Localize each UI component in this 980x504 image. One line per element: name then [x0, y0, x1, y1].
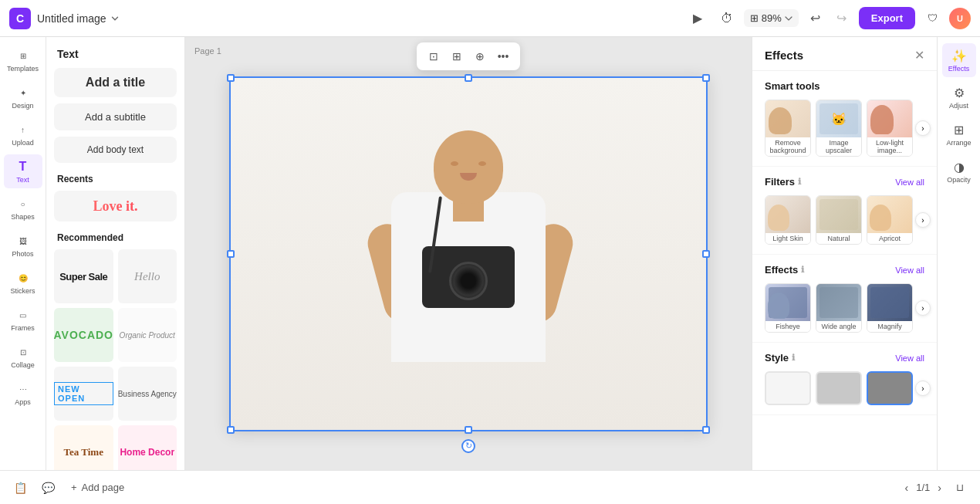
- smart-resize-button[interactable]: ⊞: [446, 46, 468, 67]
- recents-section-label: Recents: [54, 169, 177, 191]
- arrange-rail-icon: ⊞: [954, 123, 964, 137]
- sidebar-label-upload: Upload: [12, 139, 34, 147]
- chevron-down-icon: [110, 13, 120, 24]
- shapes-icon: ○: [15, 196, 31, 211]
- rail-opacity[interactable]: ◑ Opacity: [942, 154, 976, 188]
- topbar: C Untitled image ▶ ⏱ ⊞ 89% ↩ ↪ Export 🛡 …: [0, 0, 980, 37]
- recent-love-it[interactable]: Love it.: [54, 191, 177, 222]
- export-button[interactable]: Export: [859, 7, 915, 29]
- preview-button[interactable]: ▶: [685, 6, 710, 31]
- style-item-medium[interactable]: [816, 371, 862, 405]
- sidebar-item-templates[interactable]: ⊞ Templates: [4, 43, 42, 77]
- effects-close-button[interactable]: ✕: [914, 48, 924, 63]
- sidebar-item-text[interactable]: T Text: [4, 154, 42, 188]
- filter-natural[interactable]: Natural: [816, 195, 862, 245]
- timer-button[interactable]: ⏱: [715, 6, 739, 31]
- undo-button[interactable]: ↩: [803, 6, 828, 31]
- flip-button[interactable]: ⊕: [469, 46, 491, 67]
- sidebar-item-shapes[interactable]: ○ Shapes: [4, 191, 42, 225]
- smart-tool-upscaler[interactable]: 🐱 Image upscaler: [816, 100, 862, 157]
- sidebar-label-apps: Apps: [15, 398, 31, 406]
- add-page-button[interactable]: + Add page: [65, 479, 130, 496]
- prev-page-button[interactable]: ‹: [904, 480, 911, 496]
- zoom-value: 89%: [762, 12, 782, 24]
- rec-avocado-text: AVOCADO: [54, 329, 113, 341]
- canvas-frame[interactable]: ⊡ ⊞ ⊕ ••• ↻: [229, 76, 708, 431]
- zoom-chevron-icon: [785, 16, 792, 21]
- add-body-button[interactable]: Add body text: [54, 137, 177, 163]
- smart-tools-title: Smart tools: [765, 80, 924, 92]
- sidebar-item-photos[interactable]: 🖼 Photos: [4, 228, 42, 262]
- effect-magnify[interactable]: Magnify: [867, 283, 913, 333]
- rail-adjust[interactable]: ⚙ Adjust: [942, 80, 976, 114]
- avatar[interactable]: U: [949, 8, 971, 29]
- add-title-button[interactable]: Add a title: [54, 68, 177, 97]
- opacity-rail-icon: ◑: [954, 160, 965, 174]
- smart-tools-scroll-right[interactable]: ›: [915, 120, 931, 136]
- sidebar-label-design: Design: [12, 102, 33, 110]
- rec-item-home-decor[interactable]: Home Decor: [118, 425, 177, 470]
- style-item-light[interactable]: [765, 371, 811, 405]
- rec-item-business[interactable]: Business Agency: [118, 367, 177, 421]
- smart-tool-low-light[interactable]: Low-light image...: [867, 100, 913, 157]
- filters-section: Filters ℹ View all Light Skin Natural: [752, 167, 937, 255]
- smart-tool-remove-bg[interactable]: Remove background: [765, 100, 811, 157]
- next-page-button[interactable]: ›: [936, 480, 943, 496]
- sidebar-item-design[interactable]: ✦ Design: [4, 80, 42, 114]
- style-item-dark[interactable]: [867, 371, 913, 405]
- natural-preview: [816, 196, 861, 233]
- effects-scroll-right[interactable]: ›: [915, 300, 931, 316]
- sidebar-item-collage[interactable]: ⊡ Collage: [4, 340, 42, 374]
- sidebar-item-upload[interactable]: ↑ Upload: [4, 117, 42, 151]
- view-all-style-button[interactable]: View all: [895, 353, 924, 363]
- effects-items-row: Fisheye Wide angle Magnify ›: [765, 283, 924, 333]
- crop-tool-button[interactable]: ⊡: [423, 46, 444, 67]
- add-subtitle-button[interactable]: Add a subtitle: [54, 103, 177, 130]
- shield-icon-button[interactable]: 🛡: [920, 6, 945, 31]
- rec-item-tea-time[interactable]: Tea Time: [54, 425, 113, 470]
- recommended-grid: Super Sale Hello AVOCADO Organic Product…: [54, 249, 177, 470]
- more-options-button[interactable]: •••: [492, 46, 514, 67]
- app-logo: C: [9, 8, 31, 29]
- sidebar-item-stickers[interactable]: 😊 Stickers: [4, 266, 42, 299]
- fisheye-preview: [765, 284, 810, 321]
- sidebar-label-frames: Frames: [11, 324, 35, 332]
- rotate-handle[interactable]: ↻: [461, 439, 475, 453]
- topbar-tools: ▶ ⏱ ⊞ 89% ↩ ↪ Export 🛡 U: [685, 6, 971, 31]
- view-all-effects-button[interactable]: View all: [895, 266, 924, 275]
- rec-item-super-sale[interactable]: Super Sale: [54, 249, 113, 303]
- filters-scroll-right[interactable]: ›: [915, 212, 931, 228]
- view-all-filters-button[interactable]: View all: [895, 178, 924, 187]
- zoom-control[interactable]: ⊞ 89%: [744, 9, 799, 27]
- rec-item-hello[interactable]: Hello: [118, 249, 177, 303]
- fullscreen-button[interactable]: ⊔: [949, 477, 971, 499]
- upscaler-label: Image upscaler: [816, 137, 861, 156]
- effect-wide-angle[interactable]: Wide angle: [816, 283, 862, 333]
- rec-item-new-open[interactable]: NEW OPEN: [54, 367, 113, 421]
- effect-fisheye[interactable]: Fisheye: [765, 283, 811, 333]
- natural-label: Natural: [816, 233, 861, 244]
- rec-item-organic[interactable]: Organic Product: [118, 308, 177, 362]
- comment-button[interactable]: 💬: [37, 477, 59, 499]
- filter-apricot[interactable]: Apricot: [867, 195, 913, 245]
- rec-item-avocado[interactable]: AVOCADO: [54, 308, 113, 362]
- filters-row: Light Skin Natural Apricot ›: [765, 195, 924, 245]
- smart-tools-section: Smart tools Remove background 🐱 Image up…: [752, 71, 937, 167]
- fisheye-label: Fisheye: [765, 321, 810, 332]
- rec-organic-text: Organic Product: [120, 331, 175, 340]
- notes-button[interactable]: 📋: [9, 477, 31, 499]
- style-scroll-right[interactable]: ›: [915, 381, 931, 396]
- float-toolbar: ⊡ ⊞ ⊕ •••: [417, 42, 520, 70]
- add-page-label: Add page: [82, 482, 125, 493]
- rec-hello-text: Hello: [134, 270, 160, 283]
- filter-light-skin[interactable]: Light Skin: [765, 195, 811, 245]
- canvas-area[interactable]: Page 1: [185, 37, 752, 470]
- sidebar-item-apps[interactable]: ⋯ Apps: [4, 377, 42, 411]
- right-rail: ✨ Effects ⚙ Adjust ⊞ Arrange ◑ Opacity: [937, 37, 980, 470]
- doc-name-label: Untitled image: [37, 12, 106, 25]
- doc-name-button[interactable]: Untitled image: [37, 12, 120, 25]
- sidebar-item-frames[interactable]: ▭ Frames: [4, 303, 42, 337]
- redo-button[interactable]: ↪: [830, 6, 854, 31]
- rail-effects[interactable]: ✨ Effects: [942, 43, 976, 77]
- rail-arrange[interactable]: ⊞ Arrange: [942, 117, 976, 151]
